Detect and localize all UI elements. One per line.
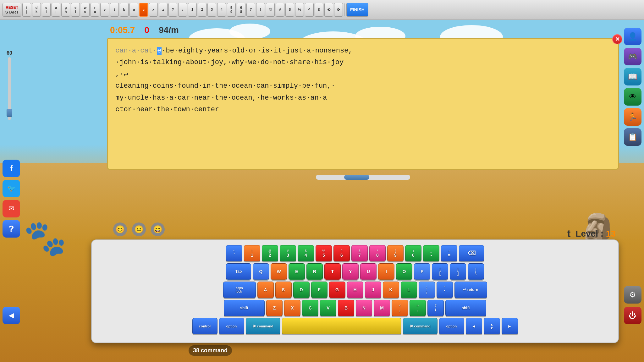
clipboard-button[interactable]: 📋 — [624, 128, 641, 146]
key-period[interactable]: >. — [410, 300, 426, 316]
key-equals-main[interactable]: += — [441, 245, 457, 261]
key-u-main[interactable]: U — [360, 263, 377, 280]
key-y-main[interactable]: Y — [342, 263, 359, 280]
key-z-button[interactable]: z — [159, 3, 168, 17]
key-8-main[interactable]: *8 — [369, 245, 386, 261]
key-t-button[interactable]: t — [110, 3, 119, 17]
undo-button[interactable]: ⟲ — [324, 3, 333, 17]
key-command-right[interactable]: ⌘ command — [403, 318, 438, 334]
key-j-main[interactable]: J — [365, 282, 381, 298]
key-5-main[interactable]: %5 — [316, 245, 332, 261]
key-k-main[interactable]: K — [383, 282, 399, 298]
key-b-main[interactable]: B — [338, 300, 354, 316]
reset-start-button[interactable]: RESET START — [3, 3, 21, 17]
key-minus-main[interactable]: _- — [423, 245, 439, 261]
key-l-main[interactable]: L — [401, 282, 417, 298]
key-lbracket[interactable]: {[ — [432, 263, 448, 280]
key-control[interactable]: control — [192, 318, 217, 334]
key-option-right[interactable]: option — [439, 318, 464, 334]
key-r-main[interactable]: R — [306, 263, 323, 280]
close-button[interactable]: ✕ — [612, 34, 622, 44]
key-59-button[interactable]: 59 — [227, 3, 236, 17]
key-a-main[interactable]: A — [257, 282, 274, 298]
key-capslock[interactable]: capslock — [223, 282, 256, 298]
lessons-button[interactable]: 📖 — [624, 68, 641, 85]
key-option-left[interactable]: option — [219, 318, 244, 334]
key-caret-button[interactable]: ^ — [305, 3, 314, 17]
power-button[interactable]: ⏻ — [624, 307, 641, 324]
redo-button[interactable]: ⟳ — [334, 3, 343, 17]
key-a-button[interactable]: a; — [52, 3, 60, 17]
horizontal-scrollbar[interactable] — [316, 175, 410, 180]
mail-button[interactable]: ✉ — [3, 200, 20, 217]
key-ei-button[interactable]: ei — [71, 3, 80, 17]
key-v-button[interactable]: v — [100, 3, 109, 17]
settings-button[interactable]: ⚙ — [624, 286, 641, 304]
key-m-main[interactable]: M — [374, 300, 390, 316]
key-at-button[interactable]: @ — [266, 3, 275, 17]
facebook-button[interactable]: f — [3, 160, 20, 177]
key-9-main[interactable]: (9 — [387, 245, 404, 261]
key-x-button[interactable]: x — [149, 3, 158, 17]
key-arrow-updown[interactable]: ▲▼ — [484, 318, 500, 334]
key-w-main[interactable]: W — [271, 263, 287, 280]
key-7-button[interactable]: 7 — [246, 3, 255, 17]
key-sl-button[interactable]: sl — [42, 3, 51, 17]
key-2-button[interactable]: 2 — [198, 3, 206, 17]
scrollbar-thumb[interactable] — [344, 175, 369, 180]
key-backtick[interactable]: ~` — [226, 245, 242, 261]
key-q-main[interactable]: Q — [253, 263, 269, 280]
key-backslash[interactable]: |\ — [468, 263, 484, 280]
finish-button[interactable]: FINISH — [346, 3, 368, 17]
key-1-button[interactable]: 1 — [188, 3, 197, 17]
profile-button[interactable]: 👤 — [624, 28, 641, 45]
key-semicolon[interactable]: :; — [419, 282, 435, 298]
key-t-main[interactable]: T — [324, 263, 341, 280]
game-button[interactable]: 🎮 — [624, 48, 641, 65]
key-3-main[interactable]: #3 — [280, 245, 296, 261]
key-1-main[interactable]: !1 — [244, 245, 260, 261]
key-command-left[interactable]: ⌘ command — [246, 318, 280, 334]
key-return[interactable]: ↵ return — [454, 282, 487, 298]
speed-slider[interactable]: 60 — [6, 50, 13, 119]
speed-thumb[interactable] — [7, 109, 12, 117]
key-i-main[interactable]: I — [378, 263, 394, 280]
key-colon-button[interactable]: : — [178, 3, 187, 17]
key-f-main[interactable]: F — [311, 282, 328, 298]
key-q-button[interactable]: q — [129, 3, 138, 17]
key-3-button[interactable]: 3 — [207, 3, 216, 17]
key-quote[interactable]: "' — [437, 282, 453, 298]
key-x-main[interactable]: X — [284, 300, 300, 316]
key-backspace[interactable]: ⌫ — [459, 245, 484, 261]
key-arrow-right[interactable]: ► — [502, 318, 518, 334]
key-amp-button[interactable]: & — [315, 3, 323, 17]
key-c-button[interactable]: c — [139, 3, 148, 17]
key-7-main[interactable]: &7 — [351, 245, 368, 261]
key-z-main[interactable]: Z — [266, 300, 283, 316]
twitter-button[interactable]: 🐦 — [3, 180, 20, 197]
key-2-main[interactable]: @2 — [262, 245, 278, 261]
back-button[interactable]: ◄ — [3, 307, 20, 324]
key-tab[interactable]: Tab — [226, 263, 251, 280]
key-p-main[interactable]: P — [414, 263, 430, 280]
key-4-main[interactable]: $4 — [298, 245, 314, 261]
key-arrow-left[interactable]: ◄ — [466, 318, 482, 334]
key-e-main[interactable]: E — [289, 263, 305, 280]
key-question-button[interactable]: ? — [168, 3, 177, 17]
key-g-main[interactable]: G — [329, 282, 345, 298]
key-excl-button[interactable]: ! — [256, 3, 265, 17]
key-c-main[interactable]: C — [302, 300, 318, 316]
key-dollar-button[interactable]: $ — [285, 3, 294, 17]
key-b-button[interactable]: b — [120, 3, 129, 17]
key-fj-button[interactable]: fj — [22, 3, 31, 17]
key-n-main[interactable]: N — [356, 300, 372, 316]
key-o-main[interactable]: O — [396, 263, 412, 280]
key-s-main[interactable]: S — [275, 282, 292, 298]
help-button[interactable]: ? — [3, 220, 20, 238]
view-button[interactable]: 👁 — [624, 88, 641, 106]
key-6-main[interactable]: ^6 — [333, 245, 350, 261]
key-hash-button[interactable]: # — [276, 3, 284, 17]
key-rbracket[interactable]: }] — [450, 263, 466, 280]
key-gh-button[interactable]: gh — [61, 3, 70, 17]
key-68-button[interactable]: 68 — [237, 3, 245, 17]
